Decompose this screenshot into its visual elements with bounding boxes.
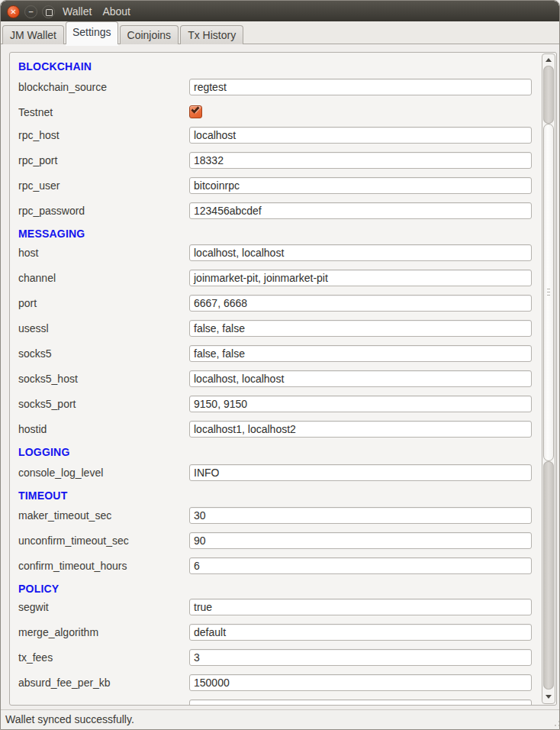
title-bar: WalletAbout <box>1 1 559 22</box>
setting-label: socks5_host <box>18 370 189 387</box>
setting-row-socks5-host: socks5_hostlocalhost, localhost <box>10 370 541 396</box>
tab-jm-wallet[interactable]: JM Wallet <box>2 25 64 44</box>
arrow-up-icon <box>546 58 552 62</box>
testnet-checkbox[interactable] <box>189 105 202 118</box>
setting-row-tx-fees: tx_fees3 <box>10 649 541 674</box>
rpc-password-input[interactable]: 123456abcdef <box>189 202 532 219</box>
status-message: Wallet synced successfully. <box>5 710 134 729</box>
scrollbar-trough-upper[interactable] <box>543 66 554 124</box>
console-log-level-input[interactable]: INFO <box>189 464 532 481</box>
section-header: MESSAGING <box>18 228 85 240</box>
section-messaging: MESSAGING <box>10 228 541 244</box>
menu-item-about[interactable]: About <box>101 1 132 22</box>
setting-row-usessl: usesslfalse, false <box>10 320 541 345</box>
setting-row-rpc-host: rpc_hostlocalhost <box>10 127 541 152</box>
setting-label: rpc_user <box>18 177 189 194</box>
scroll-down-button[interactable] <box>542 690 555 703</box>
maximize-icon[interactable] <box>42 5 55 18</box>
socks5-port-input[interactable]: 9150, 9150 <box>189 396 532 412</box>
setting-label: console_log_level <box>18 464 189 481</box>
socks5-input[interactable]: false, false <box>189 345 532 362</box>
section-header: LOGGING <box>18 446 70 458</box>
setting-label: rpc_port <box>18 152 189 169</box>
setting-label: Testnet <box>18 104 189 121</box>
rpc-port-input[interactable]: 18332 <box>189 152 532 169</box>
tx-fees-input[interactable]: 3 <box>189 649 532 666</box>
usessl-input[interactable]: false, false <box>189 320 532 337</box>
merge-algorithm-input[interactable]: default <box>189 624 532 641</box>
setting-row-absurd-fee-per-kb: absurd_fee_per_kb150000 <box>10 674 541 699</box>
setting-row-merge-algorithm: merge_algorithmdefault <box>10 624 541 649</box>
setting-row-confirm-timeout-hours: confirm_timeout_hours6 <box>10 557 541 583</box>
setting-label: tx_fees <box>18 649 189 666</box>
content-pane: BLOCKCHAINblockchain_sourceregtestTestne… <box>1 44 559 709</box>
setting-row-channel: channeljoinmarket-pit, joinmarket-pit <box>10 270 541 295</box>
rpc-user-input[interactable]: bitcoinrpc <box>189 177 532 194</box>
tab-tx-history[interactable]: Tx History <box>180 25 243 44</box>
setting-row-partial <box>10 699 541 705</box>
scrollbar-thumb[interactable] <box>543 124 554 461</box>
setting-row-rpc-password: rpc_password123456abcdef <box>10 202 541 228</box>
partial-input[interactable] <box>189 699 532 705</box>
setting-row-rpc-user: rpc_userbitcoinrpc <box>10 177 541 202</box>
minimize-icon[interactable] <box>24 5 37 18</box>
blockchain-source-input[interactable]: regtest <box>189 79 532 95</box>
setting-label: rpc_password <box>18 202 189 219</box>
hostid-input[interactable]: localhost1, localhost2 <box>189 421 532 438</box>
setting-row-console-log-level: console_log_levelINFO <box>10 464 541 489</box>
setting-row-testnet: Testnet <box>10 104 541 127</box>
confirm-timeout-hours-input[interactable]: 6 <box>189 557 532 574</box>
setting-label: socks5 <box>18 345 189 362</box>
segwit-input[interactable]: true <box>189 599 532 615</box>
status-bar: Wallet synced successfully. <box>1 709 559 729</box>
setting-label: absurd_fee_per_kb <box>18 674 189 691</box>
scrollbar-grip <box>547 289 550 298</box>
section-header: BLOCKCHAIN <box>18 60 92 73</box>
scrollbar-trough[interactable] <box>543 66 554 690</box>
setting-row-port: port6667, 6668 <box>10 295 541 320</box>
setting-row-segwit: segwittrue <box>10 599 541 624</box>
setting-row-socks5-port: socks5_port9150, 9150 <box>10 396 541 421</box>
setting-label: segwit <box>18 599 189 615</box>
unconfirm-timeout-sec-input[interactable]: 90 <box>189 532 532 549</box>
close-icon[interactable] <box>7 5 20 18</box>
maker-timeout-sec-input[interactable]: 30 <box>189 507 532 524</box>
section-logging: LOGGING <box>10 446 541 464</box>
titlebar-menu: WalletAbout <box>61 1 132 22</box>
menu-item-wallet[interactable]: Wallet <box>61 1 93 22</box>
resize-grip-icon[interactable] <box>555 725 556 726</box>
setting-row-rpc-port: rpc_port18332 <box>10 152 541 177</box>
setting-label: port <box>18 295 189 312</box>
setting-label: rpc_host <box>18 127 189 144</box>
setting-label: channel <box>18 270 189 286</box>
window-controls <box>7 5 55 18</box>
arrow-down-icon <box>546 695 552 699</box>
setting-label: confirm_timeout_hours <box>18 557 189 574</box>
setting-label: usessl <box>18 320 189 337</box>
settings-scroll-area: BLOCKCHAINblockchain_sourceregtestTestne… <box>9 52 557 706</box>
port-input[interactable]: 6667, 6668 <box>189 295 532 312</box>
setting-row-host: hostlocalhost, localhost <box>10 244 541 270</box>
scrollbar-trough-lower[interactable] <box>543 461 554 690</box>
absurd-fee-per-kb-input[interactable]: 150000 <box>189 674 532 691</box>
tabs: JM WalletSettingsCoinjoinsTx History <box>2 21 245 44</box>
scroll-up-button[interactable] <box>542 54 555 66</box>
tab-settings[interactable]: Settings <box>66 21 118 44</box>
setting-row-blockchain-source: blockchain_sourceregtest <box>10 79 541 104</box>
setting-row-hostid: hostidlocalhost1, localhost2 <box>10 421 541 446</box>
vertical-scrollbar[interactable] <box>542 53 555 704</box>
section-timeout: TIMEOUT <box>10 489 541 507</box>
setting-row-socks5: socks5false, false <box>10 345 541 370</box>
setting-label: hostid <box>18 421 189 438</box>
app-window: WalletAbout JM WalletSettingsCoinjoinsTx… <box>0 0 560 730</box>
section-blockchain: BLOCKCHAIN <box>10 59 541 79</box>
rpc-host-input[interactable]: localhost <box>189 127 532 144</box>
setting-label: host <box>18 244 189 261</box>
channel-input[interactable]: joinmarket-pit, joinmarket-pit <box>189 270 532 286</box>
setting-label: blockchain_source <box>18 79 189 95</box>
socks5-host-input[interactable]: localhost, localhost <box>189 370 532 387</box>
host-input[interactable]: localhost, localhost <box>189 244 532 261</box>
setting-row-unconfirm-timeout-sec: unconfirm_timeout_sec90 <box>10 532 541 557</box>
tab-coinjoins[interactable]: Coinjoins <box>120 25 179 44</box>
setting-label: unconfirm_timeout_sec <box>18 532 189 549</box>
